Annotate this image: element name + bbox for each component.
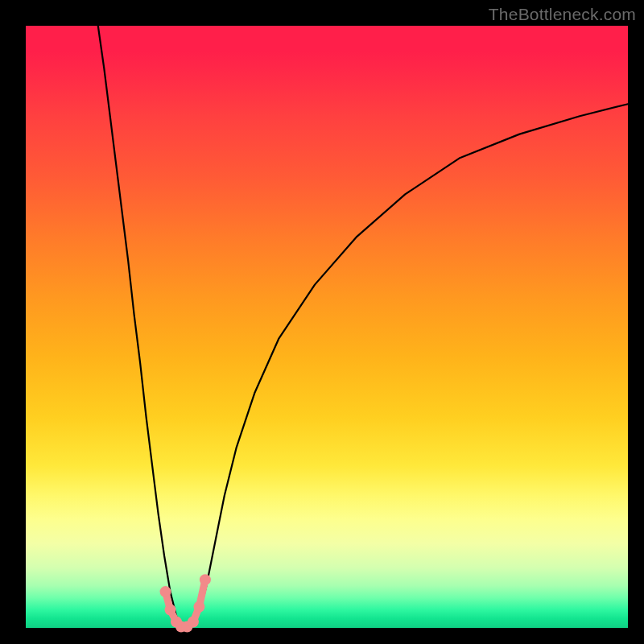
- watermark-text: TheBottleneck.com: [489, 5, 636, 24]
- chart-frame: TheBottleneck.com: [0, 0, 644, 644]
- curve-marker-dots: [160, 574, 211, 632]
- marker-dot: [160, 586, 171, 597]
- marker-dot: [188, 617, 199, 628]
- marker-dot: [165, 605, 176, 616]
- chart-svg: [26, 26, 628, 628]
- marker-dot: [200, 574, 211, 585]
- marker-dot: [193, 601, 204, 613]
- bottleneck-curve-path: [98, 26, 628, 628]
